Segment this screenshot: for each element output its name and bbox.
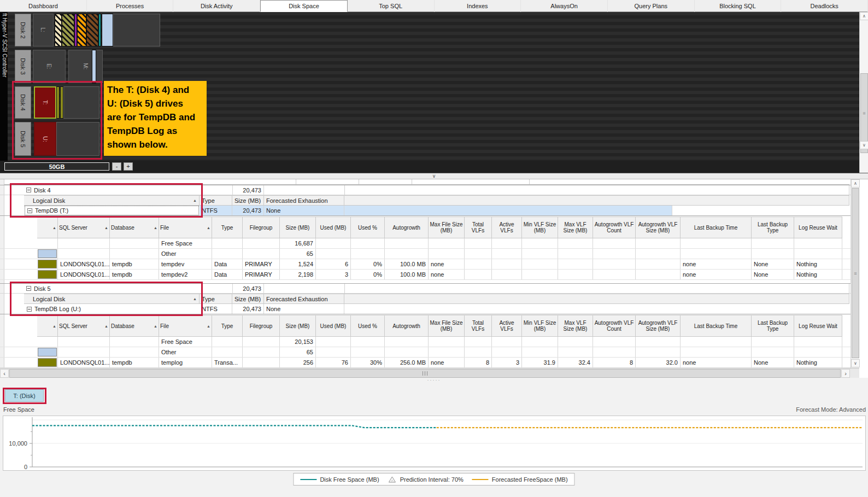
column-header-last-backup-type[interactable]: Last Backup Type	[752, 315, 794, 337]
tab-processes[interactable]: Processes	[87, 0, 174, 12]
column-header-sql-server[interactable]: SQL Server▲	[58, 315, 110, 337]
grid-scrollbar[interactable]: ∧ ≡ ∨	[851, 179, 859, 368]
scrollbar-thumb[interactable]: ≡	[852, 188, 859, 358]
column-header-swatch[interactable]: ▲	[37, 217, 58, 238]
scroll-up-icon[interactable]: ∧	[860, 12, 868, 20]
collapse-box-icon[interactable]	[26, 286, 31, 291]
tab-query-plans[interactable]: Query Plans	[608, 0, 695, 12]
collapse-box-icon[interactable]	[27, 208, 32, 213]
tab-alwayson[interactable]: AlwaysOn	[521, 0, 608, 12]
column-header-autogrowth-vlf-size-mb-[interactable]: Autogrowth VLF Size (MB)	[636, 315, 681, 337]
tab-disk-space[interactable]: Disk Space	[260, 0, 348, 12]
zoom-in-button[interactable]: +	[124, 162, 133, 171]
column-header-total-vlfs[interactable]: Total VLFs	[465, 315, 492, 337]
disk-panel-scrollbar[interactable]: ∧ ≡ ∨	[859, 12, 868, 173]
column-header-last-backup-time[interactable]: Last Backup Time	[681, 217, 752, 238]
chart-tab-t-disk[interactable]: T: (Disk)	[5, 389, 44, 402]
disk-group-row[interactable]: Disk 520,473	[0, 283, 851, 294]
scroll-right-icon[interactable]: ›	[841, 369, 850, 378]
cell-log-reuse-wait: Nothing	[794, 270, 842, 279]
tab-deadlocks[interactable]: Deadlocks	[781, 0, 868, 12]
column-header-type[interactable]: Type	[200, 294, 232, 304]
column-header-max-file-size-mb-[interactable]: Max File Size (MB)	[429, 315, 465, 337]
column-header-max-vlf-size-mb-[interactable]: Max VLF Size (MB)	[558, 315, 593, 337]
column-header-max-vlf-size-mb-[interactable]: Max VLF Size (MB)	[558, 217, 593, 238]
table-row[interactable]: LONDONSQL01...tempdbtemplogTransa...2567…	[0, 358, 851, 368]
column-header-size[interactable]: Size (MB)	[232, 195, 264, 206]
scroll-left-icon[interactable]: ‹	[0, 369, 9, 378]
zoom-out-button[interactable]: -	[112, 162, 121, 171]
table-row[interactable]: Free Space16,687	[0, 238, 851, 249]
column-header-used-[interactable]: Used %	[351, 217, 385, 238]
cell-active-vlfs	[492, 337, 522, 347]
column-header-min-vlf-size-mb-[interactable]: Min VLF Size (MB)	[522, 217, 558, 238]
column-header-active-vlfs[interactable]: Active VLFs	[492, 217, 522, 238]
drive-M[interactable]: M:	[68, 50, 103, 83]
table-row[interactable]: LONDONSQL01...tempdbtempdevDataPRIMARY1,…	[0, 259, 851, 270]
column-header-logical-disk[interactable]: Logical Disk▲	[24, 294, 200, 304]
table-row[interactable]: Other65	[0, 347, 851, 358]
column-header-file[interactable]: File▲	[159, 217, 212, 238]
column-header-used-[interactable]: Used %	[351, 315, 385, 337]
logical-disk-name-cell[interactable]: TempDB (T:)	[25, 206, 199, 215]
scrollbar-thumb[interactable]	[9, 369, 841, 378]
column-header-log-reuse-wait[interactable]: Log Reuse Wait	[794, 315, 842, 337]
scroll-down-icon[interactable]: ∨	[860, 141, 868, 149]
column-header-min-vlf-size-mb-[interactable]: Min VLF Size (MB)	[522, 315, 558, 337]
disk-label-disk-2[interactable]: Disk 2	[15, 14, 31, 46]
chevron-down-icon[interactable]: ∨	[432, 173, 436, 179]
column-header-used-mb-[interactable]: Used (MB)	[316, 315, 351, 337]
column-header-database[interactable]: Database▲	[110, 217, 159, 238]
logical-disk-row[interactable]: TempDB Log (U:)NTFS20,473None	[0, 304, 851, 314]
column-header-autogrowth-vlf-size-mb-[interactable]: Autogrowth VLF Size (MB)	[636, 217, 681, 238]
table-row[interactable]: Free Space20,153	[0, 337, 851, 347]
column-header-logical-disk[interactable]: Logical Disk▲	[24, 195, 200, 206]
column-header-filegroup[interactable]: Filegroup	[243, 315, 280, 337]
collapse-splitter[interactable]: ∨	[0, 173, 868, 179]
column-header-size-mb-[interactable]: Size (MB)	[280, 217, 316, 238]
column-header-type[interactable]: Type	[200, 195, 232, 206]
column-header-autogrowth-vlf-count[interactable]: Autogrowth VLF Count	[593, 315, 636, 337]
column-header-max-file-size-mb-[interactable]: Max File Size (MB)	[429, 217, 465, 238]
panel-splitter[interactable]: ·····	[0, 378, 868, 384]
column-header-file[interactable]: File▲	[159, 315, 212, 337]
column-header-log-reuse-wait[interactable]: Log Reuse Wait	[794, 217, 842, 238]
drive-L[interactable]: L:	[33, 14, 54, 46]
legend-item: Prediction Interval: 70%	[388, 476, 464, 483]
column-header-autogrowth-vlf-count[interactable]: Autogrowth VLF Count	[593, 217, 636, 238]
column-header-forecast[interactable]: Forecasted Exhaustion	[264, 195, 344, 206]
column-header-autogrowth[interactable]: Autogrowth	[385, 315, 429, 337]
collapse-box-icon[interactable]	[27, 307, 32, 312]
tab-dashboard[interactable]: Dashboard	[0, 0, 87, 12]
column-header-database[interactable]: Database▲	[110, 315, 159, 337]
table-row[interactable]: Other65	[0, 249, 851, 259]
disk-group-row[interactable]: Disk 420,473	[0, 185, 851, 195]
logical-disk-name-cell[interactable]: TempDB Log (U:)	[25, 304, 199, 314]
column-header-used-mb-[interactable]: Used (MB)	[316, 217, 351, 238]
column-header-size[interactable]: Size (MB)	[232, 294, 264, 304]
column-header-sql-server[interactable]: SQL Server▲	[58, 217, 110, 238]
drive-E[interactable]: E:	[33, 50, 66, 83]
column-header-type[interactable]: Type	[212, 217, 243, 238]
column-header-total-vlfs[interactable]: Total VLFs	[465, 217, 492, 238]
column-header-type[interactable]: Type	[212, 315, 243, 337]
column-header-size-mb-[interactable]: Size (MB)	[280, 315, 316, 337]
logical-disk-row[interactable]: TempDB (T:)NTFS20,473None	[0, 206, 851, 216]
tab-indexes[interactable]: Indexes	[435, 0, 521, 12]
scroll-up-icon[interactable]: ∧	[851, 179, 860, 188]
column-header-autogrowth[interactable]: Autogrowth	[385, 217, 429, 238]
collapse-box-icon[interactable]	[26, 188, 31, 192]
tab-top-sql[interactable]: Top SQL	[348, 0, 435, 12]
grid-horizontal-scrollbar[interactable]: ‹ ›	[0, 368, 859, 378]
column-header-last-backup-type[interactable]: Last Backup Type	[752, 217, 794, 238]
tab-disk-activity[interactable]: Disk Activity	[173, 0, 260, 12]
column-header-last-backup-time[interactable]: Last Backup Time	[681, 315, 752, 337]
tab-blocking-sql[interactable]: Blocking SQL	[695, 0, 782, 12]
column-header-filegroup[interactable]: Filegroup	[243, 217, 280, 238]
scroll-down-icon[interactable]: ∨	[851, 359, 860, 367]
disk-label-disk-3[interactable]: Disk 3	[15, 50, 31, 83]
column-header-active-vlfs[interactable]: Active VLFs	[492, 315, 522, 337]
column-header-forecast[interactable]: Forecasted Exhaustion	[264, 294, 344, 304]
column-header-swatch[interactable]: ▲	[37, 315, 58, 337]
table-row[interactable]: LONDONSQL01...tempdbtempdev2DataPRIMARY2…	[0, 270, 851, 280]
